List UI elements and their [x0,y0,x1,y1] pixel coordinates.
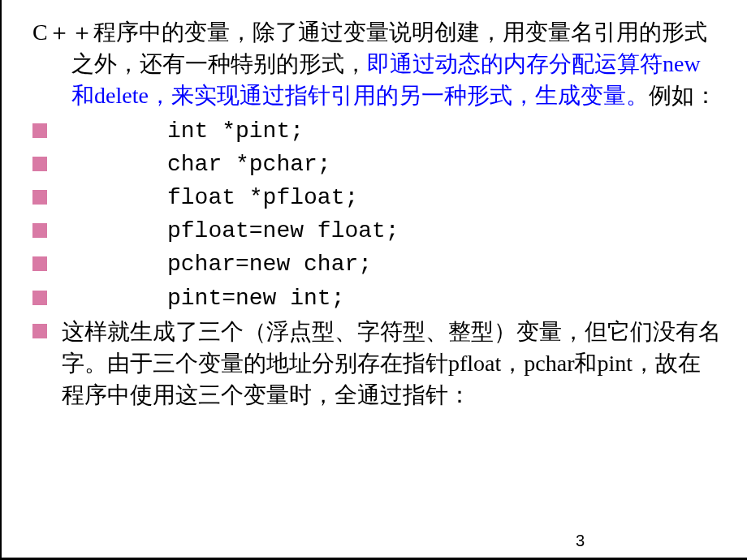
code-text: pfloat=new float; [62,215,399,247]
bullet-icon [32,190,47,205]
code-text: char *pchar; [62,149,331,180]
bullet-icon [32,324,47,338]
page-number: 3 [576,532,585,550]
intro-text-2: 例如： [649,83,717,108]
intro-paragraph: C＋＋程序中的变量，除了通过变量说明创建，用变量名引用的形式之外，还有一种特别的… [24,16,723,112]
bullet-icon [32,291,47,305]
conclusion-text: 这样就生成了三个（浮点型、字符型、整型）变量，但它们没有名字。由于三个变量的地址… [62,316,723,411]
slide-content: C＋＋程序中的变量，除了通过变量说明创建，用变量名引用的形式之外，还有一种特别的… [0,0,747,429]
code-text: float *pfloat; [62,182,358,213]
code-text: int *pint; [62,115,304,147]
bullet-icon [32,223,47,238]
bullet-icon [32,256,47,271]
left-border [0,0,2,560]
code-line-5: pchar=new char; [24,248,723,280]
code-line-4: pfloat=new float; [24,215,723,247]
bullet-icon [32,157,47,171]
code-line-3: float *pfloat; [24,182,723,213]
code-line-2: char *pchar; [24,149,723,180]
bullet-icon [32,123,47,138]
code-text: pint=new int; [62,282,344,314]
conclusion-line: 这样就生成了三个（浮点型、字符型、整型）变量，但它们没有名字。由于三个变量的地址… [24,316,723,411]
code-text: pchar=new char; [62,248,372,280]
code-line-1: int *pint; [24,115,723,147]
code-line-6: pint=new int; [24,282,723,314]
